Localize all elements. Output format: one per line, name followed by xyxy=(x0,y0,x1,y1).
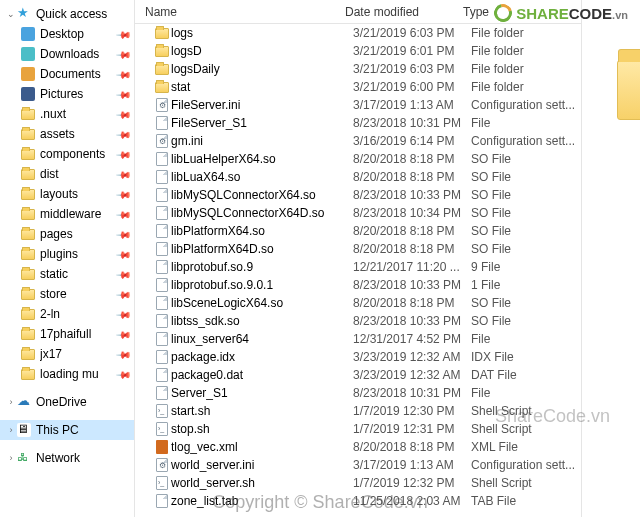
header-date[interactable]: Date modified xyxy=(343,0,461,23)
file-icon xyxy=(153,170,171,184)
nav-pinned-folder[interactable]: pages📌 xyxy=(0,224,134,244)
nav-onedrive[interactable]: › OneDrive xyxy=(0,392,134,412)
sh-icon xyxy=(153,404,171,418)
nav-label: dist xyxy=(40,167,118,181)
pin-icon: 📌 xyxy=(116,46,132,62)
file-icon xyxy=(153,260,171,274)
file-date: 3/23/2019 12:32 AM xyxy=(353,368,471,382)
file-row[interactable]: package0.dat3/23/2019 12:32 AMDAT File xyxy=(135,366,581,384)
file-row[interactable]: libprotobuf.so.912/21/2017 11:20 ...9 Fi… xyxy=(135,258,581,276)
nav-network[interactable]: › Network xyxy=(0,448,134,468)
file-name: package.idx xyxy=(171,350,353,364)
nav-pinned-folder[interactable]: layouts📌 xyxy=(0,184,134,204)
file-type: File folder xyxy=(471,80,581,94)
file-row[interactable]: libtss_sdk.so8/23/2018 10:33 PMSO File xyxy=(135,312,581,330)
file-row[interactable]: libPlatformX64D.so8/20/2018 8:18 PMSO Fi… xyxy=(135,240,581,258)
file-row[interactable]: package.idx3/23/2019 12:32 AMIDX File xyxy=(135,348,581,366)
file-row[interactable]: logsD3/21/2019 6:01 PMFile folder xyxy=(135,42,581,60)
watermark-logo: SHARECODE.vn xyxy=(494,4,628,22)
file-row[interactable]: tlog_vec.xml8/20/2018 8:18 PMXML File xyxy=(135,438,581,456)
file-row[interactable]: linux_server6412/31/2017 4:52 PMFile xyxy=(135,330,581,348)
file-date: 3/21/2019 6:00 PM xyxy=(353,80,471,94)
file-date: 8/20/2018 8:18 PM xyxy=(353,242,471,256)
header-name[interactable]: Name xyxy=(143,0,343,23)
file-type: File folder xyxy=(471,26,581,40)
file-name: libSceneLogicX64.so xyxy=(171,296,353,310)
file-date: 12/21/2017 11:20 ... xyxy=(353,260,471,274)
folder-icon xyxy=(20,346,36,362)
chevron-down-icon: ⌄ xyxy=(6,9,16,19)
nav-documents[interactable]: Documents 📌 xyxy=(0,64,134,84)
nav-pinned-folder[interactable]: 2-ln📌 xyxy=(0,304,134,324)
nav-quick-access[interactable]: ⌄ Quick access xyxy=(0,4,134,24)
nav-pinned-folder[interactable]: jx17📌 xyxy=(0,344,134,364)
nav-pinned-folder[interactable]: .nuxt📌 xyxy=(0,104,134,124)
nav-pinned-folder[interactable]: plugins📌 xyxy=(0,244,134,264)
nav-pinned-folder[interactable]: components📌 xyxy=(0,144,134,164)
file-row[interactable]: libprotobuf.so.9.0.18/23/2018 10:33 PM1 … xyxy=(135,276,581,294)
file-row[interactable]: FileServer_S18/23/2018 10:31 PMFile xyxy=(135,114,581,132)
pin-icon: 📌 xyxy=(116,126,132,142)
pin-icon: 📌 xyxy=(116,186,132,202)
file-row[interactable]: libLuaHelperX64.so8/20/2018 8:18 PMSO Fi… xyxy=(135,150,581,168)
file-icon xyxy=(153,242,171,256)
file-name: logsD xyxy=(171,44,353,58)
file-row[interactable]: libPlatformX64.so8/20/2018 8:18 PMSO Fil… xyxy=(135,222,581,240)
file-name: libPlatformX64D.so xyxy=(171,242,353,256)
file-row[interactable]: world_server.sh1/7/2019 12:32 PMShell Sc… xyxy=(135,474,581,492)
file-type: File xyxy=(471,332,581,346)
file-name: start.sh xyxy=(171,404,353,418)
pin-icon: 📌 xyxy=(116,366,132,382)
file-name: libLuaX64.so xyxy=(171,170,353,184)
pin-icon: 📌 xyxy=(116,106,132,122)
folder-icon xyxy=(20,266,36,282)
nav-pinned-folder[interactable]: static📌 xyxy=(0,264,134,284)
file-icon xyxy=(153,188,171,202)
file-type: Configuration sett... xyxy=(471,98,581,112)
nav-pinned-folder[interactable]: middleware📌 xyxy=(0,204,134,224)
file-row[interactable]: libSceneLogicX64.so8/20/2018 8:18 PMSO F… xyxy=(135,294,581,312)
file-row[interactable]: libMySQLConnectorX64.so8/23/2018 10:33 P… xyxy=(135,186,581,204)
file-type: SO File xyxy=(471,242,581,256)
file-date: 8/20/2018 8:18 PM xyxy=(353,296,471,310)
file-row[interactable]: libLuaX64.so8/20/2018 8:18 PMSO File xyxy=(135,168,581,186)
nav-pinned-folder[interactable]: assets📌 xyxy=(0,124,134,144)
file-icon xyxy=(153,386,171,400)
file-row[interactable]: gm.ini3/16/2019 6:14 PMConfiguration set… xyxy=(135,132,581,150)
folder-icon xyxy=(153,46,171,57)
file-type: DAT File xyxy=(471,368,581,382)
nav-desktop[interactable]: Desktop 📌 xyxy=(0,24,134,44)
gear-icon xyxy=(153,458,171,472)
nav-pinned-folder[interactable]: loading mu📌 xyxy=(0,364,134,384)
folder-icon xyxy=(20,246,36,262)
file-explorer-window: ⌄ Quick access Desktop 📌 Downloads 📌 Doc… xyxy=(0,0,640,517)
pictures-icon xyxy=(20,86,36,102)
file-row[interactable]: FileServer.ini3/17/2019 1:13 AMConfigura… xyxy=(135,96,581,114)
file-type: Configuration sett... xyxy=(471,458,581,472)
quick-access-icon xyxy=(16,6,32,22)
file-list-pane: Name Date modified Type logs3/21/2019 6:… xyxy=(135,0,581,517)
file-row[interactable]: libMySQLConnectorX64D.so8/23/2018 10:34 … xyxy=(135,204,581,222)
nav-pictures[interactable]: Pictures 📌 xyxy=(0,84,134,104)
file-row[interactable]: Server_S18/23/2018 10:31 PMFile xyxy=(135,384,581,402)
file-row[interactable]: logs3/21/2019 6:03 PMFile folder xyxy=(135,24,581,42)
pin-icon: 📌 xyxy=(116,86,132,102)
chevron-right-icon: › xyxy=(6,425,16,435)
file-row[interactable]: world_server.ini3/17/2019 1:13 AMConfigu… xyxy=(135,456,581,474)
file-name: world_server.ini xyxy=(171,458,353,472)
file-row[interactable]: stat3/21/2019 6:00 PMFile folder xyxy=(135,78,581,96)
nav-pinned-folder[interactable]: store📌 xyxy=(0,284,134,304)
nav-downloads[interactable]: Downloads 📌 xyxy=(0,44,134,64)
file-icon xyxy=(153,368,171,382)
file-date: 3/23/2019 12:32 AM xyxy=(353,350,471,364)
file-type: SO File xyxy=(471,296,581,310)
file-date: 1/7/2019 12:32 PM xyxy=(353,476,471,490)
nav-pinned-folder[interactable]: 17phaifull📌 xyxy=(0,324,134,344)
nav-this-pc[interactable]: › This PC xyxy=(0,420,134,440)
file-name: world_server.sh xyxy=(171,476,353,490)
nav-pinned-folder[interactable]: dist📌 xyxy=(0,164,134,184)
file-row[interactable]: logsDaily3/21/2019 6:03 PMFile folder xyxy=(135,60,581,78)
file-name: logsDaily xyxy=(171,62,353,76)
folder-icon xyxy=(20,186,36,202)
folder-icon xyxy=(20,146,36,162)
